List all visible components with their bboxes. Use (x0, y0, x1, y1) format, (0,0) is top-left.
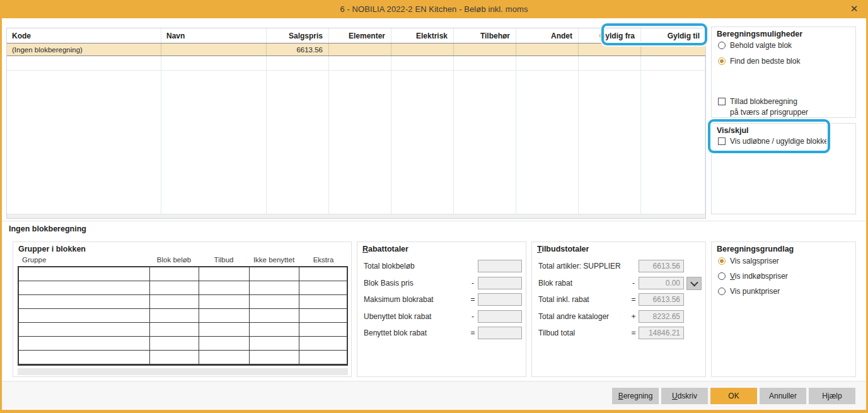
column-header-elementer: Elementer (329, 28, 391, 43)
grid-row (19, 323, 347, 337)
radio-label: Vis salgspriser (730, 257, 779, 265)
tilbud-row-tilbud-total: Tilbud total = 14846.21 (536, 327, 702, 339)
chevron-down-icon (690, 278, 698, 286)
col-label-gruppe: Gruppe (18, 256, 149, 265)
grid-row (19, 351, 347, 364)
col-label-ekstra: Ekstra (299, 256, 348, 265)
grid-row (19, 337, 347, 351)
udskriv-button[interactable]: Udskriv (661, 388, 708, 404)
window-border-left (0, 18, 2, 413)
footer-button-bar: Beregning Udskriv OK Annuller Hjælp (2, 381, 866, 410)
grid-row (19, 267, 347, 281)
col-label-blok-belob: Blok beløb (149, 256, 199, 265)
checkbox-icon (718, 137, 726, 145)
checkbox-vis-udlobne[interactable]: Vis udløbne / ugyldige blokke (718, 137, 828, 146)
radio-label: Vis punktpriser (730, 287, 780, 296)
grid-row (19, 281, 347, 295)
grupper-column-labels: Gruppe Blok beløb Tilbud Ikke benyttet E… (18, 256, 348, 265)
rabat-row-benyttet-blok-rabat: Benyttet blok rabat = (361, 327, 522, 339)
horizontal-scrollbar[interactable] (7, 214, 705, 218)
close-icon[interactable]: ✕ (847, 2, 861, 16)
panel-show-hide: Vis/skjul Vis udløbne / ugyldige blokke (711, 123, 856, 214)
blok-rabat-dropdown-button[interactable] (686, 277, 702, 290)
tilbud-row-total-inkl-rabat: Total inkl. rabat = 6613.56 (536, 293, 702, 306)
checkbox-label-line1: Tillad blokberegning (730, 97, 797, 106)
radio-icon (718, 288, 726, 295)
title-bar: 6 - NOBILIA 2022-2 EN Kitchen - Beløb in… (0, 0, 868, 18)
panel-calc-options: Beregningsmuligheder Behold valgte blok … (711, 26, 856, 118)
block-table-header: Kode Navn Salgspris Elementer Elektrisk … (7, 28, 705, 43)
block-table: Kode Navn Salgspris Elementer Elektrisk … (6, 28, 706, 219)
grupper-horizontal-scrollbar[interactable] (18, 368, 348, 375)
column-header-andet: Andet (516, 28, 579, 43)
radio-vis-punktpriser[interactable]: Vis punktpriser (718, 287, 780, 296)
radio-label: Find den bedste blok (730, 57, 800, 66)
grid-row (19, 295, 347, 309)
group-tilbud-title: Tilbudstotaler (537, 245, 589, 253)
group-tilbudstotaler: Tilbudstotaler Total artikler: SUPPLIER … (531, 241, 706, 377)
input-total-artikler: 6613.56 (639, 260, 684, 272)
group-rabat-title: Rabattotaler (362, 245, 408, 253)
column-header-elektrisk: Elektrisk (391, 28, 454, 43)
col-label-tilbud: Tilbud (199, 256, 249, 265)
panel-show-hide-title: Vis/skjul (717, 126, 749, 135)
column-header-kode: Kode (7, 28, 161, 43)
column-header-gyldig-til: Gyldig til (641, 28, 705, 43)
column-header-gyldig-fra: Gyldig fra (579, 28, 641, 43)
tilbud-row-blok-rabat: Blok rabat - 0.00 (536, 277, 702, 289)
grid-row (19, 309, 347, 323)
group-basis-title: Beregningsgrundlag (717, 245, 794, 253)
radio-find-bedste-blok[interactable]: Find den bedste blok (718, 57, 800, 66)
column-header-salgspris: Salgspris (267, 28, 329, 43)
rabat-row-total-blokbelob: Total blokbeløb (361, 260, 522, 272)
grupper-grid (18, 266, 348, 366)
block-table-body: (Ingen blokberegning) 6613.56 (7, 43, 705, 214)
column-header-navn: Navn (161, 28, 267, 43)
checkbox-icon (718, 98, 726, 105)
checkbox-tillad-blokberegning[interactable]: Tillad blokberegning (718, 97, 797, 106)
section-divider (2, 221, 866, 221)
tilbud-row-total-andre-kataloger: Total andre kataloger + 8232.65 (536, 310, 702, 323)
cell-kode: (Ingen blokberegning) (7, 44, 161, 55)
input-tilbud-total: 14846.21 (639, 327, 684, 339)
radio-behold-valgte-blok[interactable]: Behold valgte blok (718, 41, 792, 50)
window-border-bottom (0, 410, 868, 413)
checkbox-label: Vis udløbne / ugyldige blokke (730, 137, 828, 146)
checkbox-label-line2: på tværs af prisgrupper (730, 108, 808, 117)
input-maksimum-blokrabat (478, 293, 522, 306)
input-blok-basis-pris (478, 277, 522, 289)
beregning-button[interactable]: Beregning (612, 388, 659, 404)
radio-label: Behold valgte blok (730, 41, 792, 50)
hjaelp-button[interactable]: Hjælp (809, 388, 855, 404)
input-blok-rabat: 0.00 (639, 277, 684, 289)
panel-calc-options-title: Beregningsmuligheder (717, 30, 802, 38)
cell-salgspris: 6613.56 (267, 44, 329, 55)
radio-icon-selected (718, 257, 726, 265)
window-title: 6 - NOBILIA 2022-2 EN Kitchen - Beløb in… (340, 4, 528, 14)
rabat-row-ubenyttet-blok-rabat: Ubenyttet blok rabat - (361, 310, 522, 323)
input-ubenyttet-blok-rabat (478, 310, 522, 323)
col-label-ikke-benyttet: Ikke benyttet (249, 256, 299, 265)
radio-icon-selected (718, 57, 726, 65)
radio-icon (718, 42, 726, 49)
rabat-row-maksimum-blokrabat: Maksimum blokrabat = (361, 293, 522, 306)
column-header-tilbehor: Tilbehør (454, 28, 516, 43)
input-total-blokbelob (478, 260, 522, 272)
table-row-selected[interactable]: (Ingen blokberegning) 6613.56 (7, 43, 705, 56)
radio-icon (718, 272, 726, 280)
input-benyttet-blok-rabat (478, 327, 522, 339)
status-label: Ingen blokberegning (9, 224, 86, 233)
group-grupper-i-blokken: Grupper i blokken Gruppe Blok beløb Tilb… (13, 241, 352, 377)
radio-vis-salgspriser[interactable]: Vis salgspriser (718, 257, 779, 265)
annuller-button[interactable]: Annuller (760, 388, 806, 404)
input-total-andre-kataloger: 8232.65 (639, 310, 684, 323)
radio-label: Vis indkøbspriser (730, 272, 788, 281)
group-grupper-title: Grupper i blokken (18, 245, 86, 253)
radio-vis-indkobspriser[interactable]: Vis indkøbspriser (718, 272, 788, 281)
ok-button[interactable]: OK (710, 388, 757, 404)
input-total-inkl-rabat: 6613.56 (639, 293, 684, 306)
table-row-divider (7, 70, 705, 71)
tilbud-row-total-artikler: Total artikler: SUPPLIER 6613.56 (536, 260, 702, 272)
group-beregningsgrundlag: Beregningsgrundlag Vis salgspriser Vis i… (711, 241, 856, 377)
rabat-row-blok-basis-pris: Blok Basis pris - (361, 277, 522, 289)
